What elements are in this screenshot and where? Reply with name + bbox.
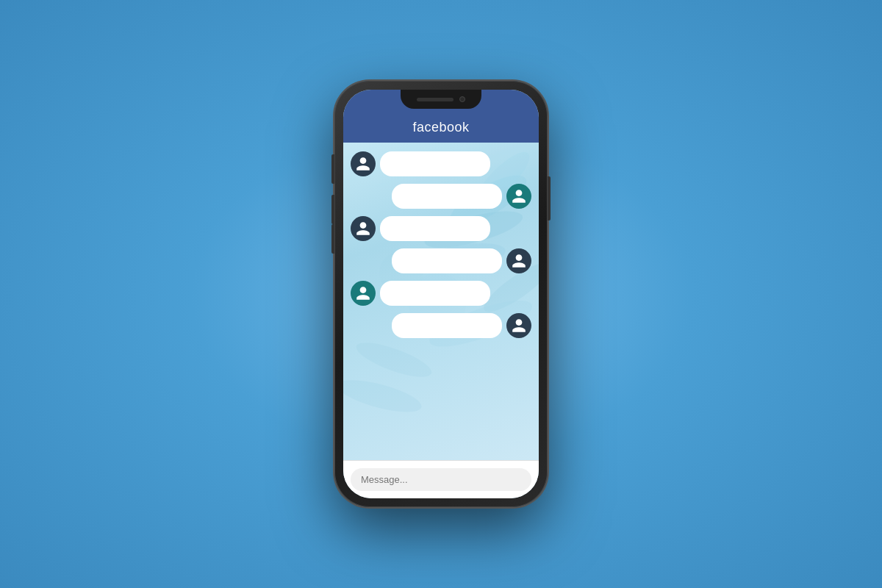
phone-frame: facebook [334,81,548,507]
message-bubble [392,248,502,273]
svg-point-7 [343,373,424,418]
message-bubble [392,184,502,209]
message-row [351,184,531,209]
messages-list [343,143,539,347]
message-row [351,151,531,176]
front-camera [459,96,465,102]
message-bubble [380,216,490,241]
message-row [351,248,531,273]
message-input[interactable] [351,468,531,491]
phone-screen: facebook [343,90,539,498]
avatar [506,248,531,273]
message-bubble [380,281,490,306]
phone-mockup: facebook [334,81,548,507]
message-input-area[interactable] [343,460,539,498]
message-bubble [392,313,502,338]
message-row [351,313,531,338]
avatar [351,281,376,306]
app-title: facebook [412,120,469,135]
phone-notch [401,90,481,109]
avatar [506,313,531,338]
avatar [351,151,376,176]
message-row [351,216,531,241]
speaker [417,98,453,101]
message-bubble [380,151,490,176]
message-row [351,281,531,306]
avatar [506,184,531,209]
chat-area[interactable] [343,143,539,460]
avatar [351,216,376,241]
